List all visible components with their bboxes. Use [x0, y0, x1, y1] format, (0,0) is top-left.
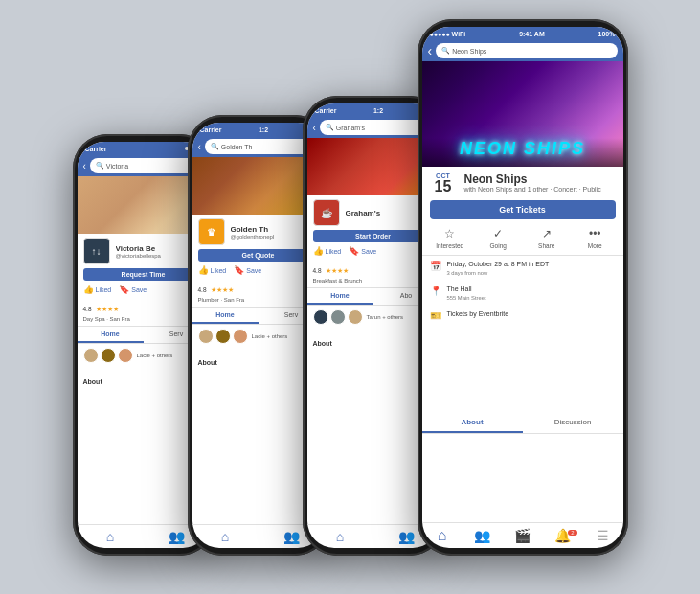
save-button-1[interactable]: 🔖 Save [119, 285, 147, 294]
nav-home-3[interactable]: ⌂ [307, 529, 373, 544]
tab-home-1[interactable]: Home [78, 327, 144, 343]
cover-neon-4: NEON SHIPS [422, 61, 623, 167]
ticket-icon: 🎫 [430, 310, 441, 321]
like-icon-2: 👍 [198, 265, 209, 275]
nav-people-4[interactable]: 👥 [463, 528, 503, 543]
avatar-3-3 [348, 309, 363, 325]
search-bar-4: ‹ 🔍 Neon Ships [422, 40, 623, 61]
event-address: 555 Main Street [447, 294, 486, 302]
avatar-3 [118, 348, 133, 363]
phones-container: Carrier ‹ 🔍 Victoria ↑↓ [73, 19, 628, 575]
carrier-1: Carrier [85, 146, 107, 152]
rating-category-2: Plumber · San Fra [198, 297, 319, 303]
search-input-4[interactable]: 🔍 Neon Ships [436, 43, 617, 58]
like-button-1[interactable]: 👍 Liked [83, 285, 112, 294]
action-button-2[interactable]: Get Quote [198, 249, 319, 262]
avatar-2-2 [215, 329, 231, 344]
save-label-1: Save [131, 286, 147, 293]
phone-4-screen: ●●●●● WiFi 9:41 AM 100% ‹ 🔍 Neon Ships N… [422, 27, 623, 548]
save-label-2: Save [246, 267, 261, 274]
logo-symbol-2: ♛ [207, 227, 215, 238]
back-arrow-1[interactable]: ‹ [83, 161, 86, 171]
like-icon-3: 👍 [313, 246, 324, 256]
event-tab-about[interactable]: About [422, 413, 523, 433]
avatar-2-1 [198, 329, 214, 344]
event-days-from-now: 3 days from now [447, 269, 550, 277]
event-detail-venue-text: The Hall 555 Main Street [447, 285, 486, 302]
avatar-3-1 [313, 309, 328, 325]
event-action-more[interactable]: ••• More [571, 227, 620, 249]
search-text-2: Golden Th [221, 144, 253, 150]
people-text-3: Tarun + others [367, 314, 404, 320]
save-icon-2: 🔖 [234, 265, 244, 275]
calendar-icon: 📅 [430, 261, 441, 271]
search-input-2[interactable]: 🔍 Golden Th [205, 139, 319, 154]
event-action-share[interactable]: ↗ Share [523, 227, 572, 249]
event-detail-tickets-row: 🎫 Tickets by Eventbrite [422, 306, 623, 325]
save-label-3: Save [361, 248, 376, 255]
tab-home-2[interactable]: Home [192, 308, 259, 324]
event-detail-tickets-text: Tickets by Eventbrite [447, 309, 509, 319]
event-action-interested[interactable]: ☆ Interested [426, 227, 475, 249]
action-button-1[interactable]: Request Time [83, 268, 204, 281]
liked-label-3: Liked [326, 248, 342, 255]
save-button-3[interactable]: 🔖 Save [349, 246, 376, 256]
rating-text-1: 4.8 [83, 306, 92, 312]
like-icon-1: 👍 [83, 285, 94, 294]
more-icon: ••• [589, 227, 601, 240]
status-bar-4: ●●●●● WiFi 9:41 AM 100% [422, 27, 623, 40]
about-label-3: About [313, 340, 332, 347]
people-text-2: Lacie + others [252, 333, 288, 339]
people-text-1: Lacie + others [137, 353, 173, 358]
search-icon-3: 🔍 [326, 124, 334, 131]
action-button-3[interactable]: Start Order [313, 230, 434, 242]
carrier-4: ●●●●● WiFi [430, 31, 466, 37]
get-tickets-button-4[interactable]: Get Tickets [430, 200, 616, 219]
back-arrow-2[interactable]: ‹ [198, 142, 201, 152]
avatar-2 [101, 348, 116, 363]
back-arrow-3[interactable]: ‹ [313, 123, 316, 133]
like-button-3[interactable]: 👍 Liked [313, 246, 342, 256]
profile-logo-1: ↑↓ [83, 238, 110, 264]
event-tab-discussion[interactable]: Discussion [523, 413, 623, 433]
more-label: More [588, 242, 602, 249]
rating-category-1: Day Spa · San Fra [83, 316, 204, 322]
search-icon-2: 🔍 [211, 143, 219, 150]
search-input-3[interactable]: 🔍 Graham's [320, 120, 434, 135]
avatar-2-3 [233, 329, 248, 344]
like-button-2[interactable]: 👍 Liked [198, 265, 227, 275]
avatar-1 [83, 348, 99, 363]
nav-home-2[interactable]: ⌂ [192, 529, 259, 544]
about-label-2: About [198, 359, 217, 366]
nav-notif-4[interactable]: 🔔 2 [543, 528, 583, 543]
going-icon: ✓ [493, 227, 503, 240]
event-detail-date-text: Friday, October 29 at 8 PM in EDT 3 days… [447, 260, 550, 277]
search-text-4: Neon Ships [452, 48, 486, 55]
nav-home-4[interactable]: ⌂ [422, 527, 463, 544]
logo-symbol-1: ↑↓ [92, 246, 102, 257]
phone-4: ●●●●● WiFi 9:41 AM 100% ‹ 🔍 Neon Ships N… [418, 19, 628, 556]
event-day-4: 15 [435, 179, 452, 194]
tab-home-3[interactable]: Home [307, 288, 373, 305]
logo-symbol-3: ☕ [321, 208, 332, 218]
search-text-3: Graham's [336, 125, 365, 131]
date-box-4: OCT 15 [430, 172, 457, 194]
save-button-2[interactable]: 🔖 Save [234, 265, 261, 275]
event-action-going[interactable]: ✓ Going [474, 227, 523, 249]
rating-category-3: Breakfast & Brunch [313, 278, 434, 284]
location-icon: 📍 [430, 286, 441, 296]
event-detail-venue-row: 📍 The Hall 555 Main Street [422, 281, 623, 306]
nav-menu-4[interactable]: ☰ [583, 528, 623, 543]
back-arrow-4[interactable]: ‹ [428, 43, 433, 58]
nav-video-4[interactable]: 🎬 [503, 528, 543, 543]
nav-home-1[interactable]: ⌂ [78, 529, 144, 544]
event-actions-row-4: ☆ Interested ✓ Going ↗ Share ••• More [422, 225, 623, 256]
event-info-4: Neon Ships with Neon Ships and 1 other ·… [464, 172, 616, 194]
event-tabs-row-4: About Discussion [422, 413, 623, 434]
carrier-2: Carrier [200, 126, 222, 133]
stars-1: ★★★★ [96, 306, 119, 312]
time-2: 1:2 [259, 126, 268, 133]
bottom-nav-4: ⌂ 👥 🎬 🔔 2 ☰ [422, 522, 623, 548]
search-input-1[interactable]: 🔍 Victoria [90, 158, 204, 173]
liked-label-2: Liked [211, 267, 227, 274]
